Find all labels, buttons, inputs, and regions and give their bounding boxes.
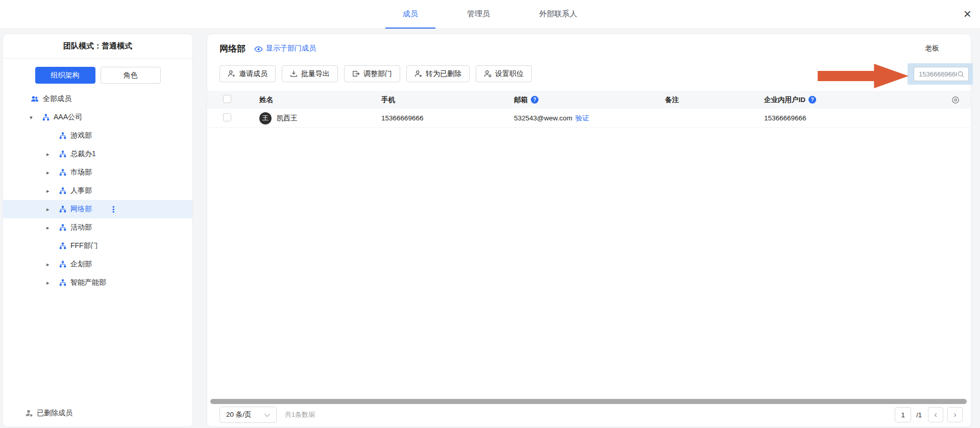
topbar: 成员 管理员 外部联系人 × [0, 0, 980, 29]
select-all-checkbox[interactable] [223, 95, 231, 103]
org-icon [59, 242, 66, 249]
page-number-input[interactable] [895, 407, 911, 422]
show-sub-members-link[interactable]: 显示子部门成员 [266, 44, 316, 53]
search-icon[interactable] [957, 70, 965, 78]
search-box [914, 67, 969, 81]
org-icon [42, 114, 50, 121]
tree-item-label: 游戏部 [70, 131, 92, 140]
header-note: 备注 [665, 95, 764, 105]
org-icon [59, 132, 66, 139]
tree-item-network-dept[interactable]: ▸ 网络部 ⋮ [3, 200, 192, 218]
mode-switch: 组织架构 角色 [3, 67, 192, 84]
people-icon [31, 95, 39, 103]
tree-item-label: AAA公司 [54, 113, 82, 122]
batch-export-button[interactable]: 批量导出 [282, 65, 338, 82]
owner-label: 老板 [925, 44, 959, 53]
pagination-bar: 20 条/页 共1条数据 /1 ‹ › [219, 406, 963, 423]
tree-item-all-members[interactable]: 全部成员 [3, 90, 192, 108]
tree-item-smart-capacity-dept[interactable]: ▸ 智能产能部 [3, 273, 192, 292]
email-help-icon[interactable]: ? [531, 96, 538, 104]
org-icon [59, 169, 66, 176]
horizontal-scrollbar[interactable] [210, 399, 967, 404]
set-position-label: 设置职位 [495, 69, 524, 79]
member-phone: 15366669666 [381, 114, 514, 122]
caret-right-icon[interactable]: ▸ [46, 151, 59, 158]
chevron-down-icon [264, 411, 270, 417]
close-icon[interactable]: × [964, 6, 971, 21]
member-email: 532543@wew.com [514, 114, 572, 122]
header-user-id: 企业内用户ID [764, 95, 805, 105]
tree-item-label: 全部成员 [43, 94, 71, 104]
page-size-value: 20 条/页 [226, 410, 252, 419]
tree-item-label: FFF部门 [70, 241, 98, 250]
caret-right-icon[interactable]: ▸ [46, 261, 59, 268]
deleted-members-item[interactable]: 已删除成员 [3, 405, 192, 421]
tree-item-label: 活动部 [70, 223, 92, 232]
team-mode-title: 团队模式：普通模式 [3, 34, 192, 58]
table-header-row: 姓名 手机 邮箱 ? 备注 企业内用户ID ? [207, 91, 971, 109]
org-icon [59, 261, 66, 268]
caret-right-icon[interactable]: ▸ [46, 224, 59, 231]
move-to-deleted-label: 转为已删除 [426, 69, 461, 79]
tab-admins[interactable]: 管理员 [450, 0, 507, 29]
tree-item-ceo-office[interactable]: ▸ 总裁办1 [3, 145, 192, 163]
org-icon [59, 150, 66, 158]
tab-bar: 成员 管理员 外部联系人 [0, 0, 980, 29]
members-panel: 网络部 显示子部门成员 老板 邀请成员 批量导出 调整部门 转为已删除 [207, 34, 971, 426]
page-size-select[interactable]: 20 条/页 [219, 407, 277, 423]
next-page-button[interactable]: › [947, 407, 963, 422]
caret-right-icon[interactable]: ▸ [46, 188, 59, 194]
divider [3, 58, 192, 59]
set-position-button[interactable]: 设置职位 [476, 65, 532, 82]
tree-item-hr-dept[interactable]: ▸ 人事部 [3, 182, 192, 200]
move-to-deleted-button[interactable]: 转为已删除 [406, 65, 470, 82]
tree-item-label: 人事部 [70, 186, 92, 195]
tree-item-activity-dept[interactable]: ▸ 活动部 [3, 218, 192, 237]
org-icon [59, 279, 66, 286]
tree-item-marketing-dept[interactable]: ▸ 市场部 [3, 163, 192, 182]
caret-right-icon[interactable]: ▸ [46, 280, 59, 286]
caret-right-icon[interactable]: ▸ [46, 169, 59, 176]
user-id-help-icon[interactable]: ? [808, 96, 816, 104]
table-row[interactable]: 王 凯西王 15366669666 532543@wew.com 验证 1536… [207, 109, 971, 128]
tree-item-label: 智能产能部 [70, 278, 106, 287]
department-tree: 全部成员 ▾ AAA公司 游戏部 ▸ [3, 90, 192, 292]
page-total-label: /1 [916, 411, 922, 419]
panel-title-row: 网络部 显示子部门成员 老板 [207, 34, 971, 55]
tree-item-planning-dept[interactable]: ▸ 企划部 [3, 255, 192, 273]
org-structure-button[interactable]: 组织架构 [35, 67, 95, 84]
prev-page-button[interactable]: ‹ [928, 407, 943, 422]
tree-item-games-dept[interactable]: 游戏部 [3, 127, 192, 145]
tree-item-label: 网络部 [70, 205, 92, 214]
member-user-id: 15366669666 [764, 114, 948, 122]
roles-button[interactable]: 角色 [101, 67, 161, 84]
person-deleted-icon [25, 409, 33, 417]
row-checkbox[interactable] [223, 113, 231, 121]
tab-members[interactable]: 成员 [385, 0, 435, 29]
total-count-label: 共1条数据 [285, 410, 315, 419]
invite-member-label: 邀请成员 [239, 69, 267, 79]
eye-icon [254, 45, 263, 54]
search-input[interactable] [914, 70, 957, 78]
members-table: 姓名 手机 邮箱 ? 备注 企业内用户ID ? [207, 91, 971, 128]
header-email: 邮箱 [514, 95, 528, 105]
sidebar: 团队模式：普通模式 组织架构 角色 全部成员 ▾ AAA公司 [3, 34, 192, 426]
org-icon [59, 206, 66, 213]
tree-item-label: 企划部 [70, 260, 92, 269]
deleted-members-label: 已删除成员 [37, 409, 72, 418]
kebab-menu-icon[interactable]: ⋮ [109, 205, 117, 214]
tab-external-contacts[interactable]: 外部联系人 [522, 0, 595, 29]
tree-item-label: 总裁办1 [70, 149, 96, 159]
department-title: 网络部 [219, 43, 246, 55]
column-settings-icon[interactable] [951, 96, 960, 104]
caret-down-icon[interactable]: ▾ [30, 114, 42, 121]
header-name: 姓名 [259, 95, 381, 105]
org-icon [59, 224, 66, 231]
caret-right-icon[interactable]: ▸ [46, 206, 59, 213]
tree-item-aaa-company[interactable]: ▾ AAA公司 [3, 108, 192, 127]
adjust-department-button[interactable]: 调整部门 [344, 65, 400, 82]
verify-email-link[interactable]: 验证 [575, 114, 589, 123]
tree-item-fff-dept[interactable]: FFF部门 [3, 237, 192, 255]
invite-member-button[interactable]: 邀请成员 [219, 65, 276, 82]
search-highlight [908, 63, 973, 85]
